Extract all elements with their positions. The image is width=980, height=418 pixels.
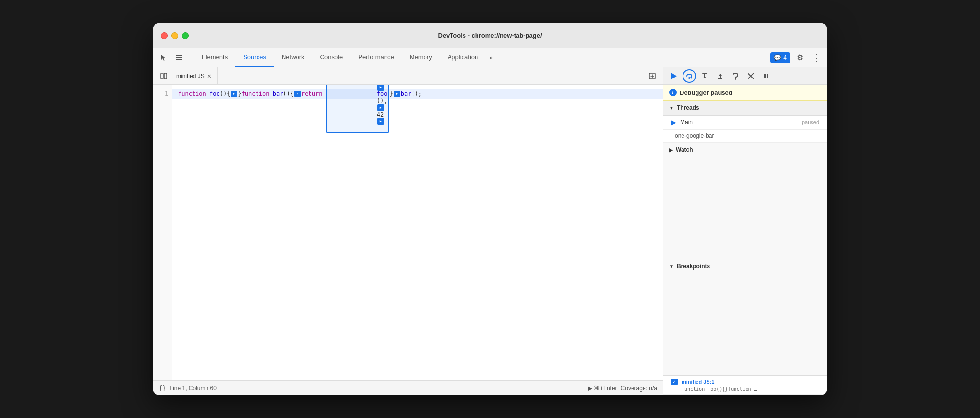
- fn-bar: bar: [273, 91, 284, 97]
- pause-on-exception-button[interactable]: [760, 69, 773, 83]
- step-over-button[interactable]: [683, 69, 696, 83]
- svg-rect-7: [671, 73, 672, 79]
- window-title: DevTools - chrome://new-tab-page/: [438, 32, 542, 39]
- tab-application[interactable]: Application: [440, 48, 486, 67]
- main-thread-name: Main: [680, 119, 798, 126]
- editor-tab-label: minified JS: [176, 73, 205, 79]
- minimize-button[interactable]: [171, 32, 178, 39]
- selected-code-region: foo (), foo (), 42: [326, 85, 390, 133]
- settings-icon[interactable]: ⚙: [793, 51, 807, 65]
- breakpoints-section-header[interactable]: ▼ Breakpoints: [663, 157, 827, 376]
- fn-bar-call: bar: [401, 91, 412, 97]
- info-icon: i: [669, 89, 677, 96]
- tab-bar: Elements Sources Network Console Perform…: [194, 48, 768, 67]
- breakpoints-triangle: ▼: [669, 264, 674, 269]
- svg-rect-21: [767, 74, 768, 78]
- main-content: minified JS × 1 fun: [153, 67, 827, 395]
- coverage-label: Coverage: n/a: [621, 385, 657, 392]
- code-paren-1: (){: [220, 91, 231, 97]
- sub-thread-item[interactable]: one-google-bar: [663, 130, 827, 143]
- step-out-button[interactable]: [713, 69, 727, 83]
- main-thread-arrow: ▶: [671, 118, 676, 126]
- separator: [190, 53, 190, 63]
- code-space: [322, 91, 325, 97]
- watch-triangle: ▶: [669, 147, 673, 153]
- breakpoint-7-icon: [394, 91, 400, 97]
- run-button[interactable]: ▶ ⌘+Enter: [588, 385, 617, 392]
- minified-js-tab[interactable]: minified JS ×: [170, 67, 218, 85]
- toggle-sources-icon[interactable]: [157, 69, 170, 83]
- svg-marker-6: [672, 73, 677, 79]
- breakpoint-5-icon: [377, 104, 384, 111]
- tab-sources[interactable]: Sources: [235, 48, 274, 67]
- close-button[interactable]: [161, 32, 168, 39]
- debugger-panel: i Debugger paused ▼ Threads ▶ Main pause…: [663, 67, 827, 395]
- position-label: Line 1, Column 60: [169, 385, 216, 392]
- breakpoint-checkbox[interactable]: ✓: [671, 379, 678, 385]
- svg-rect-0: [176, 55, 182, 56]
- titlebar: DevTools - chrome://new-tab-page/: [153, 23, 827, 48]
- svg-rect-20: [764, 74, 766, 78]
- message-icon: 💬: [774, 54, 781, 61]
- breakpoints-label: Breakpoints: [677, 263, 710, 270]
- deactivate-breakpoints-button[interactable]: [744, 69, 758, 83]
- maximize-button[interactable]: [182, 32, 189, 39]
- paused-label: Debugger paused: [680, 89, 733, 96]
- threads-triangle: ▼: [669, 105, 674, 111]
- breakpoint-6-icon: [377, 118, 384, 125]
- main-thread-status: paused: [802, 119, 819, 125]
- breakpoint-code: function foo(){}function …: [682, 386, 819, 392]
- main-thread-item[interactable]: ▶ Main paused: [663, 116, 827, 130]
- debugger-paused-banner: i Debugger paused: [663, 85, 827, 101]
- breakpoint-item-1[interactable]: ✓ minified JS:1 function foo(){}function…: [663, 376, 827, 395]
- more-tabs-button[interactable]: »: [486, 48, 497, 67]
- editor-nav-icon[interactable]: [645, 69, 659, 83]
- watch-section-header[interactable]: ▶ Watch: [663, 143, 827, 157]
- svg-marker-11: [703, 77, 706, 78]
- tab-console[interactable]: Console: [312, 48, 351, 67]
- svg-rect-2: [176, 59, 182, 60]
- editor-panel: minified JS × 1 fun: [153, 67, 663, 395]
- breakpoint-4-icon: [377, 85, 384, 91]
- threads-section-header[interactable]: ▼ Threads: [663, 101, 827, 116]
- tab-elements[interactable]: Elements: [194, 48, 235, 67]
- format-icon[interactable]: {}: [159, 385, 166, 392]
- line-numbers: 1: [153, 85, 172, 380]
- run-shortcut-label: ⌘+Enter: [594, 385, 617, 392]
- drawer-icon[interactable]: [172, 51, 186, 65]
- threads-label: Threads: [677, 104, 699, 111]
- svg-marker-14: [719, 74, 722, 76]
- fn-foo-call-2: foo: [377, 91, 387, 97]
- svg-rect-3: [161, 73, 163, 79]
- code-line-1: function foo (){ } function bar (){ retu…: [172, 89, 663, 99]
- breakpoint-1-icon: [231, 91, 237, 97]
- breakpoint-2-icon: [294, 91, 301, 97]
- step-into-button[interactable]: [698, 69, 711, 83]
- keyword-function-2: function: [242, 91, 273, 97]
- run-arrow-icon: ▶: [588, 385, 592, 392]
- breakpoint-filename: minified JS:1: [682, 379, 714, 385]
- resume-button[interactable]: [667, 69, 681, 83]
- svg-rect-1: [176, 57, 182, 58]
- number-42: 42: [377, 111, 384, 118]
- keyword-function-1: function: [178, 91, 209, 97]
- svg-point-9: [688, 77, 690, 79]
- keyword-return: return: [301, 91, 322, 97]
- line-number-1: 1: [153, 89, 172, 99]
- breakpoint-label: ✓ minified JS:1: [671, 379, 819, 385]
- tab-memory[interactable]: Memory: [402, 48, 440, 67]
- close-tab-icon[interactable]: ×: [207, 72, 211, 80]
- editor-tabs: minified JS ×: [153, 67, 663, 85]
- tab-performance[interactable]: Performance: [350, 48, 401, 67]
- code-area[interactable]: function foo (){ } function bar (){ retu…: [172, 85, 663, 380]
- debugger-toolbar: [663, 67, 827, 85]
- code-close-2: }: [389, 91, 393, 97]
- devtools-window: DevTools - chrome://new-tab-page/ Elemen…: [153, 23, 827, 395]
- step-button[interactable]: [729, 69, 742, 83]
- traffic-lights: [161, 32, 189, 39]
- cursor-icon[interactable]: [157, 51, 170, 65]
- tab-network[interactable]: Network: [274, 48, 312, 67]
- toolbar-right: 💬 4 ⚙ ⋮: [770, 51, 823, 65]
- menu-icon[interactable]: ⋮: [810, 51, 823, 65]
- messages-badge[interactable]: 💬 4: [770, 52, 790, 63]
